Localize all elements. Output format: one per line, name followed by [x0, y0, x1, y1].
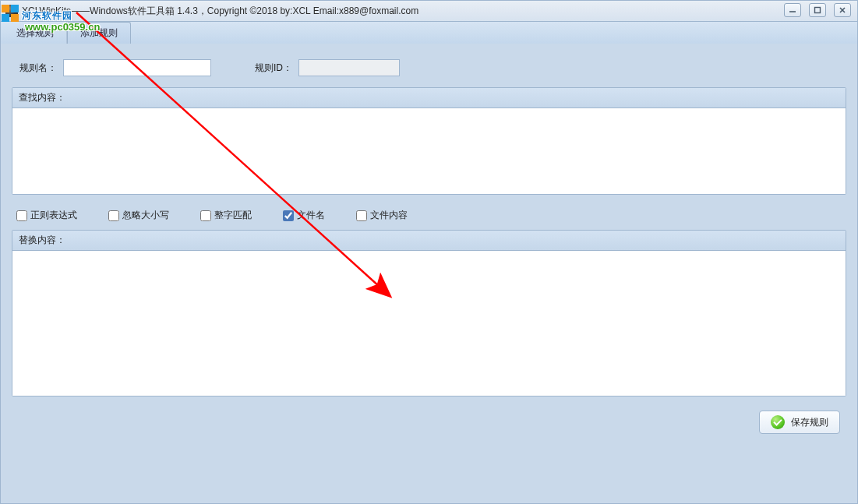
check-regex[interactable]: 正则表达式 — [16, 209, 77, 222]
footer: 保存规则 — [12, 406, 846, 435]
find-group: 查找内容： — [12, 87, 846, 195]
check-ignore-case-box[interactable] — [108, 210, 119, 221]
check-file-content-label: 文件内容 — [370, 209, 408, 222]
check-file-name-box[interactable] — [283, 210, 294, 221]
check-ignore-case-label: 忽略大小写 — [122, 209, 169, 222]
options-row: 正则表达式 忽略大小写 整字匹配 文件名 文件内容 — [12, 204, 846, 230]
check-file-content[interactable]: 文件内容 — [356, 209, 408, 222]
check-file-content-box[interactable] — [356, 210, 367, 221]
rule-id-label: 规则ID： — [255, 62, 292, 75]
check-whole-word-label: 整字匹配 — [214, 209, 252, 222]
rule-name-label: 规则名： — [19, 62, 57, 75]
window-title: XCLWinKits——Windows软件工具箱 1.4.3，Copyright… — [22, 5, 418, 18]
check-ignore-case[interactable]: 忽略大小写 — [108, 209, 169, 222]
replace-group: 替换内容： — [12, 230, 846, 397]
check-file-name[interactable]: 文件名 — [283, 209, 325, 222]
app-icon — [5, 5, 18, 17]
find-header: 查找内容： — [12, 88, 846, 108]
titlebar: XCLWinKits——Windows软件工具箱 1.4.3，Copyright… — [0, 0, 858, 22]
rule-id-input — [298, 59, 400, 76]
replace-textarea[interactable] — [12, 251, 846, 396]
window-controls — [784, 3, 851, 17]
rule-name-input[interactable] — [63, 59, 211, 76]
save-rule-label: 保存规则 — [791, 416, 828, 429]
check-whole-word[interactable]: 整字匹配 — [200, 209, 252, 222]
check-circle-icon — [771, 415, 785, 429]
close-button[interactable] — [834, 3, 851, 17]
find-textarea[interactable] — [12, 108, 846, 194]
save-rule-button[interactable]: 保存规则 — [759, 411, 840, 434]
tab-select-rule[interactable]: 选择规则 — [4, 22, 67, 44]
tab-add-rule[interactable]: 添加规则 — [67, 22, 131, 44]
check-regex-label: 正则表达式 — [30, 209, 77, 222]
maximize-button[interactable] — [809, 3, 826, 17]
check-file-name-label: 文件名 — [297, 209, 325, 222]
minimize-button[interactable] — [784, 3, 801, 17]
rule-meta-row: 规则名： 规则ID： — [12, 59, 846, 76]
check-whole-word-box[interactable] — [200, 210, 211, 221]
svg-rect-1 — [815, 8, 821, 13]
check-regex-box[interactable] — [16, 210, 27, 221]
client-area: 规则名： 规则ID： 查找内容： 正则表达式 忽略大小写 整字匹配 文件名 — [0, 44, 858, 504]
replace-header: 替换内容： — [12, 231, 846, 251]
top-tabs: 选择规则 添加规则 — [0, 22, 858, 44]
